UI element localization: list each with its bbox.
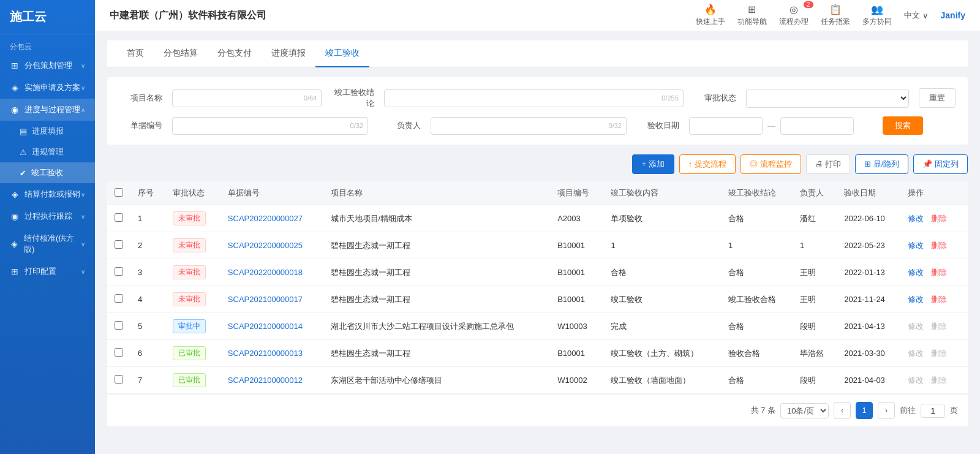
order-no-link[interactable]: SCAP202200000025 bbox=[228, 241, 303, 250]
add-button[interactable]: + 添加 bbox=[632, 154, 674, 174]
date-end-input[interactable] bbox=[780, 117, 854, 135]
delete-link[interactable]: 删除 bbox=[931, 214, 947, 223]
order-no-link[interactable]: SCAP202100000017 bbox=[228, 295, 303, 304]
content-area: 首页 分包结算 分包支付 进度填报 竣工验收 项目名称 0/64 竣工验收结论 … bbox=[95, 31, 980, 454]
delete-link[interactable]: 删除 bbox=[931, 376, 947, 385]
sidebar-item-completion[interactable]: ✔ 竣工验收 bbox=[0, 162, 95, 183]
cooperation-button[interactable]: 👥 多方协同 bbox=[862, 4, 892, 27]
row-checkbox[interactable] bbox=[115, 348, 123, 357]
quick-start-button[interactable]: 🔥 快速上手 bbox=[696, 4, 725, 27]
row-seq: 5 bbox=[130, 313, 165, 340]
row-status: 未审批 bbox=[165, 286, 221, 313]
sidebar-item-payment-check[interactable]: ◈ 结付核准(供方版) ∨ bbox=[0, 227, 95, 260]
row-checkbox[interactable] bbox=[115, 321, 123, 330]
delete-link[interactable]: 删除 bbox=[931, 349, 947, 358]
row-status: 已审批 bbox=[165, 340, 221, 367]
tab-completion-acceptance[interactable]: 竣工验收 bbox=[315, 40, 369, 67]
delete-link[interactable]: 删除 bbox=[931, 295, 947, 304]
submit-flow-button[interactable]: ↑ 提交流程 bbox=[679, 154, 736, 174]
order-no-link[interactable]: SCAP202100000014 bbox=[228, 322, 303, 331]
lang-selector[interactable]: 中文 ∨ bbox=[904, 10, 929, 21]
responsible-input[interactable] bbox=[431, 117, 627, 135]
edit-link[interactable]: 修改 bbox=[908, 376, 924, 385]
delete-link[interactable]: 删除 bbox=[931, 241, 947, 250]
sidebar-item-subcontract-plan[interactable]: ⊞ 分包策划管理 ∨ bbox=[0, 55, 95, 77]
table-row: 5 审批中 SCAP202100000014 湖北省汉川市大沙二站工程项目设计采… bbox=[107, 313, 968, 340]
status-label: 审批状态 bbox=[693, 93, 736, 104]
project-name-input[interactable] bbox=[172, 89, 322, 107]
chevron-down-icon: ∨ bbox=[81, 241, 85, 248]
date-separator: — bbox=[767, 121, 775, 131]
search-button[interactable]: 搜索 bbox=[883, 116, 923, 135]
quick-start-label: 快速上手 bbox=[696, 17, 725, 27]
function-nav-button[interactable]: ⊞ 功能导航 bbox=[737, 4, 767, 27]
status-select[interactable]: 未审批 审批中 已审批 bbox=[746, 89, 909, 108]
reset-button[interactable]: 重置 bbox=[919, 88, 956, 108]
row-conclusion: 验收合格 bbox=[721, 340, 793, 367]
edit-link[interactable]: 修改 bbox=[908, 322, 924, 331]
row-order-no: SCAP202100000012 bbox=[221, 367, 323, 394]
date-start-input[interactable] bbox=[689, 117, 763, 135]
sidebar-item-progress[interactable]: ◉ 进度与过程管理 ∧ bbox=[0, 99, 95, 121]
violation-icon: ⚠ bbox=[20, 148, 27, 157]
edit-link[interactable]: 修改 bbox=[908, 214, 924, 223]
row-checkbox[interactable] bbox=[115, 375, 123, 384]
show-hide-button[interactable]: ⊞ 显/隐列 bbox=[855, 154, 908, 174]
edit-link[interactable]: 修改 bbox=[908, 268, 924, 277]
order-no-link[interactable]: SCAP202100000012 bbox=[228, 376, 303, 385]
row-acceptance-content: 单项验收 bbox=[603, 205, 721, 232]
process-button[interactable]: ◎ 2 流程办理 bbox=[779, 4, 809, 27]
goto-input[interactable] bbox=[921, 404, 945, 418]
sidebar-item-settlement[interactable]: ◈ 结算付款或报销 ∨ bbox=[0, 183, 95, 205]
chevron-down-icon: ∨ bbox=[81, 62, 85, 69]
table-row: 1 未审批 SCAP202200000027 城市天地项目/精细成本 A2003… bbox=[107, 205, 968, 232]
task-button[interactable]: 📋 任务指派 bbox=[821, 4, 850, 27]
row-project-name: 湖北省汉川市大沙二站工程项目设计采购施工总承包 bbox=[323, 313, 551, 340]
edit-link[interactable]: 修改 bbox=[908, 241, 924, 250]
row-checkbox[interactable] bbox=[115, 213, 123, 222]
company-name: 中建君联（广州）软件科技有限公司 bbox=[110, 9, 266, 22]
order-no-link[interactable]: SCAP202200000027 bbox=[228, 214, 303, 223]
conclusion-input[interactable] bbox=[384, 89, 684, 107]
completion-icon: ✔ bbox=[20, 168, 26, 178]
order-no-link[interactable]: SCAP202200000018 bbox=[228, 268, 303, 277]
order-no-link[interactable]: SCAP202100000013 bbox=[228, 349, 303, 358]
sidebar-item-tracking[interactable]: ◉ 过程执行跟踪 ∨ bbox=[0, 205, 95, 227]
tab-home[interactable]: 首页 bbox=[117, 40, 154, 67]
sidebar-item-implementation[interactable]: ◈ 实施申请及方案 ∨ bbox=[0, 77, 95, 99]
fixed-col-button[interactable]: 📌 固定列 bbox=[913, 154, 968, 174]
select-all-checkbox[interactable] bbox=[115, 188, 123, 197]
row-checkbox[interactable] bbox=[115, 267, 123, 276]
row-checkbox[interactable] bbox=[115, 240, 123, 249]
row-project-name: 城市天地项目/精细成本 bbox=[323, 205, 551, 232]
tab-subcontract-payment[interactable]: 分包支付 bbox=[208, 40, 262, 67]
sidebar-item-label: 打印配置 bbox=[24, 266, 56, 277]
row-status: 审批中 bbox=[165, 313, 221, 340]
row-actions: 修改 删除 bbox=[900, 313, 968, 340]
table-row: 2 未审批 SCAP202200000025 碧桂园生态城一期工程 B10001… bbox=[107, 232, 968, 259]
delete-link[interactable]: 删除 bbox=[931, 322, 947, 331]
print-button[interactable]: 🖨 打印 bbox=[806, 154, 851, 174]
sidebar-item-violation[interactable]: ⚠ 违规管理 bbox=[0, 142, 95, 162]
sidebar-item-progress-report[interactable]: ▤ 进度填报 bbox=[0, 121, 95, 142]
page-size-select[interactable]: 10条/页 20条/页 50条/页 bbox=[780, 403, 829, 418]
prev-page-button[interactable]: ‹ bbox=[834, 402, 851, 419]
row-seq: 4 bbox=[130, 286, 165, 313]
tab-subcontract-settlement[interactable]: 分包结算 bbox=[154, 40, 208, 67]
sidebar-item-label: 结算付款或报销 bbox=[24, 189, 80, 200]
next-page-button[interactable]: › bbox=[878, 402, 895, 419]
row-checkbox[interactable] bbox=[115, 294, 123, 303]
order-no-input[interactable] bbox=[172, 117, 368, 135]
process-icon: ◎ bbox=[790, 4, 798, 15]
row-actions: 修改 删除 bbox=[900, 367, 968, 394]
flow-monitor-button[interactable]: ◎ 流程监控 bbox=[741, 154, 801, 174]
delete-link[interactable]: 删除 bbox=[931, 268, 947, 277]
edit-link[interactable]: 修改 bbox=[908, 349, 924, 358]
row-seq: 1 bbox=[130, 205, 165, 232]
page-1-button[interactable]: 1 bbox=[856, 402, 873, 419]
row-project-code: W10002 bbox=[550, 367, 603, 394]
sidebar-item-print-config[interactable]: ⊞ 打印配置 ∨ bbox=[0, 260, 95, 282]
tab-progress-form[interactable]: 进度填报 bbox=[262, 40, 315, 67]
edit-link[interactable]: 修改 bbox=[908, 295, 924, 304]
row-conclusion: 合格 bbox=[721, 313, 793, 340]
